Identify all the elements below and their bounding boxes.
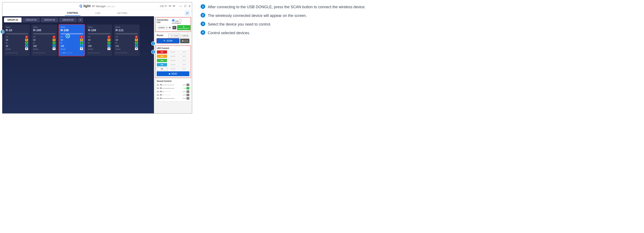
chip-w: W bbox=[25, 48, 28, 50]
chip-b: B bbox=[25, 44, 28, 47]
led-off-o[interactable]: OFF bbox=[179, 54, 190, 58]
chip-g: G bbox=[25, 42, 28, 44]
radio-usb[interactable] bbox=[172, 19, 174, 22]
trash-button[interactable]: 🗑 ( 1 ) bbox=[180, 38, 190, 43]
callout-1: 1 bbox=[151, 41, 156, 46]
sound-row: S3. PI --- · · · · · · OFF bbox=[157, 90, 190, 93]
instruction-text: After connecting to the USB DONGLE, pres… bbox=[208, 4, 366, 10]
sound-slot: S2 bbox=[8, 52, 10, 54]
led-on-w[interactable]: ON bbox=[157, 67, 167, 71]
led-on-r[interactable]: ON bbox=[157, 50, 167, 54]
tab-control[interactable]: CONTROL bbox=[65, 10, 80, 16]
device-card[interactable]: Name R-108 CH14 ID108 Sound S1S2S3S4S5 R… bbox=[59, 24, 85, 56]
sound-slot: S2 bbox=[36, 52, 38, 54]
led-blink-w[interactable]: BLINK bbox=[168, 67, 178, 71]
name-label: Name bbox=[116, 26, 138, 28]
led-blink-o[interactable]: BLINK bbox=[168, 54, 178, 58]
sound-pattern: S3. PI --- · · · · · · bbox=[157, 90, 170, 93]
radio-usb-label: Usb bbox=[175, 20, 178, 22]
sort-by-name-button[interactable]: ↕ BY NAME bbox=[168, 34, 180, 38]
product-name: RF Manager bbox=[92, 5, 106, 8]
app-window: 1 2 3 4 Qlight RF Manager Ver 1.2.0 오전 1… bbox=[2, 2, 192, 114]
led-on-b[interactable]: ON bbox=[157, 63, 167, 66]
callout-3: 3 bbox=[66, 34, 70, 38]
device-name: R-109 bbox=[88, 28, 110, 32]
chip-r: R bbox=[135, 36, 138, 38]
disconnect-button[interactable]: ▮ DISCONNECT bbox=[177, 25, 190, 30]
group-tab-4[interactable]: GROUP-04 bbox=[59, 18, 77, 22]
chip-g: G bbox=[80, 42, 83, 44]
chip-o: O bbox=[25, 38, 28, 41]
led-off-w[interactable]: OFF bbox=[179, 67, 190, 71]
close-button[interactable]: ✕ bbox=[188, 5, 191, 8]
router-section: Router ↕ BY NAME ↕ BY ID 🔍 SCAN 🗑 ( 1 ) bbox=[156, 33, 191, 44]
sound-toggle[interactable]: OFF bbox=[183, 97, 190, 100]
sound-toggle[interactable]: OFF bbox=[183, 90, 190, 93]
sound-slot: S3 bbox=[66, 52, 67, 54]
sound-slot: S4 bbox=[123, 52, 125, 54]
device-card[interactable]: Name R-111 CH14 ID111 Sound S1S2S3S4S5 R… bbox=[114, 24, 140, 56]
led-on-g[interactable]: ON bbox=[157, 59, 167, 62]
signal-bar bbox=[60, 33, 83, 34]
refresh-button[interactable]: ⟳ bbox=[172, 26, 176, 29]
sound-pattern: S4. PI · · · · · · · · bbox=[157, 94, 170, 96]
sound-slot: S5 bbox=[125, 52, 127, 54]
sort-by-id-button[interactable]: ↕ BY ID bbox=[181, 34, 190, 38]
radio-gateway[interactable] bbox=[179, 19, 182, 22]
chip-b: B bbox=[135, 44, 138, 47]
sound-slot: S1 bbox=[33, 52, 35, 54]
sound-toggle[interactable]: ON bbox=[184, 87, 190, 90]
led-off-b[interactable]: OFF bbox=[179, 63, 190, 66]
chip-w: W bbox=[108, 48, 110, 50]
sound-slot: S3 bbox=[38, 52, 40, 54]
color-chips: ROGBW bbox=[52, 36, 56, 50]
signal-bar bbox=[88, 33, 110, 34]
led-blink-g[interactable]: BLINK bbox=[168, 59, 178, 62]
instruction-item: 2The wirelessly connected device will ap… bbox=[200, 13, 642, 18]
chip-r: R bbox=[25, 36, 28, 38]
chip-b: B bbox=[80, 44, 83, 47]
tab-log[interactable]: LOG bbox=[93, 10, 102, 16]
led-on-o[interactable]: ON bbox=[157, 54, 167, 58]
chip-g: G bbox=[135, 42, 138, 44]
sound-toggle[interactable]: OFF bbox=[183, 94, 190, 96]
instruction-number: 3 bbox=[200, 22, 205, 26]
instruction-item: 3Select the device you need to control. bbox=[200, 22, 642, 27]
device-card[interactable]: Name R-109 CH14 ID109 Sound S1S2S3S4S5 R… bbox=[86, 24, 112, 56]
chip-w: W bbox=[135, 48, 138, 50]
scan-button[interactable]: 🔍 SCAN bbox=[157, 38, 179, 43]
device-card[interactable]: Name R-100 CH14 ID100 Sound S1S2S3S4S5 R… bbox=[32, 24, 57, 56]
group-tabs: GROUP-01GROUP-02GROUP-03GROUP-04+ bbox=[4, 18, 152, 22]
sound-row: S4. PI · · · · · · · · OFF bbox=[157, 93, 190, 97]
group-tab-1[interactable]: GROUP-01 bbox=[4, 18, 22, 22]
maximize-button[interactable]: ☐ bbox=[184, 5, 186, 8]
tab-setting[interactable]: SETTING bbox=[115, 10, 130, 16]
sound-slot: S3 bbox=[93, 52, 95, 54]
chip-w: W bbox=[80, 48, 83, 50]
minimize-button[interactable]: — bbox=[180, 5, 182, 8]
color-chips: ROGBW bbox=[108, 36, 110, 50]
layout-toggle-button[interactable]: ⇄ bbox=[185, 10, 190, 16]
sound-slot: S1 bbox=[60, 52, 62, 54]
instruction-item: 1After connecting to the USB DONGLE, pre… bbox=[200, 4, 642, 10]
sound-slot: S4 bbox=[96, 52, 97, 54]
led-blink-b[interactable]: BLINK bbox=[168, 63, 178, 66]
send-button[interactable]: ▶ SEND bbox=[157, 71, 190, 76]
led-blink-r[interactable]: BLINK bbox=[168, 50, 178, 54]
sound-toggle[interactable]: OFF bbox=[183, 84, 190, 86]
address-select[interactable]: COM22 - 5 bbox=[157, 26, 172, 30]
group-tab-3[interactable]: GROUP-03 bbox=[41, 18, 58, 22]
instruction-number: 4 bbox=[200, 30, 205, 35]
group-tab-2[interactable]: GROUP-02 bbox=[22, 18, 40, 22]
device-area: GROUP-01GROUP-02GROUP-03GROUP-04+ Name R… bbox=[2, 16, 154, 113]
led-off-r[interactable]: OFF bbox=[179, 50, 190, 54]
chip-b: B bbox=[108, 44, 110, 47]
sound-slot: S1 bbox=[6, 52, 8, 54]
device-card[interactable]: Name R-10 CH14 ID10 Sound S1S2S3S4S5 ROG… bbox=[4, 24, 30, 56]
sound-slot: S3 bbox=[120, 52, 122, 54]
add-group-button[interactable]: + bbox=[78, 18, 83, 22]
chip-o: O bbox=[52, 38, 56, 41]
sound-row: S1. PI --- --- --- --- --- OFF bbox=[157, 83, 190, 86]
led-off-g[interactable]: OFF bbox=[179, 59, 190, 62]
signal-bar bbox=[116, 33, 138, 34]
